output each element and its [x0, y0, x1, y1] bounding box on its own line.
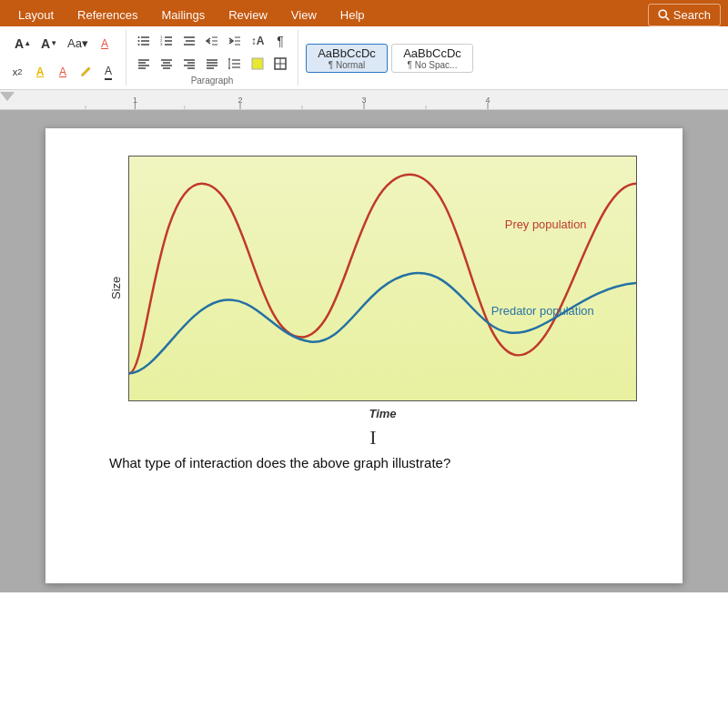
- multilevel-list-btn[interactable]: [179, 31, 199, 51]
- font-color-btn[interactable]: A: [53, 62, 73, 82]
- numbering-btn[interactable]: 1.2.3.: [157, 31, 177, 51]
- search-box[interactable]: Search: [648, 4, 721, 26]
- ribbon-body: A▲ A▼ Aa▾ A x2 A A A: [0, 26, 728, 90]
- svg-text:Prey population: Prey population: [505, 217, 587, 231]
- search-label: Search: [673, 8, 711, 22]
- sort-btn[interactable]: ↕A: [248, 31, 268, 51]
- style-nospace-card[interactable]: AaBbCcDc ¶ No Spac...: [391, 44, 473, 73]
- align-center-btn[interactable]: [157, 54, 177, 74]
- font-size-down-btn[interactable]: A▼: [37, 34, 61, 54]
- font-highlight-btn[interactable]: A: [30, 62, 50, 82]
- paragraph-label: Paragraph: [191, 74, 234, 86]
- svg-point-5: [138, 36, 140, 38]
- svg-rect-44: [252, 58, 263, 69]
- style-normal-card[interactable]: AaBbCcDc ¶ Normal: [306, 44, 388, 73]
- tab-layout[interactable]: Layout: [7, 4, 65, 26]
- font-group: A▲ A▼ Aa▾ A x2 A A A: [0, 30, 126, 86]
- chart-inner: Prey population Predator population Time: [128, 156, 637, 420]
- nospace-label: ¶ No Spac...: [408, 60, 458, 70]
- chart-svg: Prey population Predator population: [128, 156, 637, 401]
- styles-box: AaBbCcDc ¶ Normal AaBbCcDc ¶ No Spac...: [306, 44, 473, 73]
- font-size-up-btn[interactable]: A▲: [11, 34, 35, 54]
- svg-text:3.: 3.: [160, 42, 163, 46]
- pilcrow-btn[interactable]: ¶: [270, 31, 290, 51]
- ribbon-tabs: Layout References Mailings Review View H…: [0, 0, 728, 26]
- chart-ylabel: Size: [109, 156, 123, 420]
- font-pen-btn[interactable]: [76, 62, 96, 82]
- subscript-btn[interactable]: x2: [7, 62, 27, 82]
- normal-sample: AaBbCcDc: [318, 46, 376, 60]
- styles-group: AaBbCcDc ¶ Normal AaBbCcDc ¶ No Spac...: [298, 30, 480, 86]
- cursor-symbol: I: [369, 428, 376, 448]
- svg-point-7: [138, 44, 140, 46]
- ruler-svg: 1 2 3 4: [55, 90, 673, 110]
- font-underline-A-btn[interactable]: A: [98, 62, 118, 82]
- borders-btn[interactable]: [270, 54, 290, 74]
- search-icon: [658, 9, 670, 21]
- align-right-btn[interactable]: [179, 54, 199, 74]
- pen-icon: [79, 66, 92, 78]
- nospace-sample: AaBbCcDc: [403, 46, 461, 60]
- document-page: Size: [46, 128, 682, 583]
- bullets-btn[interactable]: [134, 31, 154, 51]
- line-spacing-btn[interactable]: [225, 54, 245, 74]
- align-left-btn[interactable]: [134, 54, 154, 74]
- tab-review[interactable]: Review: [217, 4, 278, 26]
- tab-mailings[interactable]: Mailings: [151, 4, 217, 26]
- normal-label: ¶ Normal: [329, 60, 365, 70]
- ruler: 1 2 3 4: [0, 90, 728, 110]
- tab-references[interactable]: References: [66, 4, 148, 26]
- svg-line-1: [665, 17, 669, 21]
- ruler-indent-marker: [0, 92, 15, 101]
- svg-point-0: [659, 10, 666, 17]
- svg-text:Predator population: Predator population: [491, 304, 594, 318]
- ruler-inner: 1 2 3 4: [55, 90, 673, 109]
- document-area: Size: [0, 110, 728, 592]
- tab-help[interactable]: Help: [329, 4, 376, 26]
- decrease-indent-btn[interactable]: [202, 31, 222, 51]
- paragraph-group: 1.2.3. ↕A ¶: [126, 30, 298, 86]
- svg-point-6: [138, 40, 140, 42]
- font-color-clear-btn[interactable]: A: [95, 34, 115, 54]
- tab-view[interactable]: View: [280, 4, 328, 26]
- chart-xlabel: Time: [128, 407, 637, 420]
- shading-btn[interactable]: [248, 54, 268, 74]
- justify-btn[interactable]: [202, 54, 222, 74]
- font-aa-btn[interactable]: Aa▾: [64, 34, 92, 54]
- svg-rect-60: [129, 157, 636, 400]
- chart-container: Size: [109, 156, 637, 420]
- increase-indent-btn[interactable]: [225, 31, 245, 51]
- question-text: What type of interaction does the above …: [109, 453, 637, 474]
- chart-wrap: Size: [109, 156, 637, 420]
- text-cursor-area: I: [109, 428, 637, 448]
